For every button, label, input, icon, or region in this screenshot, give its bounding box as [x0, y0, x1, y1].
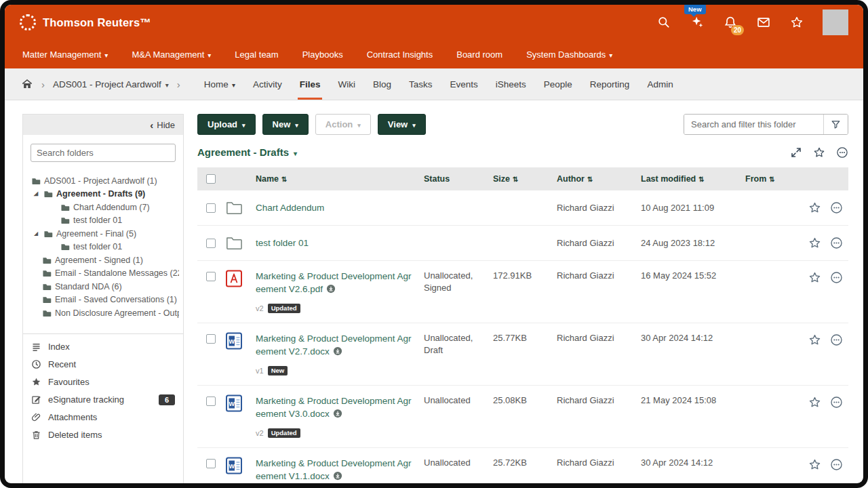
row-checkbox[interactable] — [206, 396, 216, 406]
action-button[interactable]: Action — [315, 114, 371, 135]
folder-name-link[interactable]: Chart Addendum — [256, 203, 324, 213]
row-checkbox[interactable] — [206, 203, 216, 213]
sidebar-item-favourites[interactable]: Favourites — [30, 373, 176, 391]
tab-people[interactable]: People — [535, 68, 581, 100]
nav-legal-team[interactable]: Legal team — [235, 49, 278, 60]
tree-item-standard-nda[interactable]: Standard NDA (6) — [31, 280, 179, 293]
file-name-link[interactable]: Marketing & Product Development Agreemen… — [256, 333, 412, 357]
sidebar-item-attachments[interactable]: Attachments — [30, 409, 176, 426]
search-filter-input[interactable] — [684, 115, 823, 134]
notifications-bell-icon[interactable]: 20 — [723, 15, 738, 30]
nav-board-room[interactable]: Board room — [456, 49, 502, 60]
breadcrumb-project[interactable]: ADS001 - Project Aardwolf — [53, 79, 169, 89]
column-header-name[interactable]: Name — [256, 174, 424, 184]
user-avatar[interactable] — [823, 9, 848, 35]
nav-contract-insights[interactable]: Contract Insights — [367, 49, 433, 60]
nav-playbooks[interactable]: Playbooks — [302, 49, 343, 60]
row-checkbox[interactable] — [206, 239, 216, 248]
sidebar-item-esignature-tracking[interactable]: eSignature tracking6 — [30, 391, 176, 409]
download-icon[interactable] — [333, 346, 342, 356]
view-button[interactable]: View — [378, 114, 426, 135]
row-more-options-icon[interactable] — [830, 271, 843, 284]
tree-item-nda-output[interactable]: Non Disclosure Agreement - Output — [31, 306, 179, 320]
ai-sparkle-icon[interactable]: New — [690, 15, 705, 30]
messages-icon[interactable] — [756, 15, 771, 30]
row-status: Unallocated — [424, 394, 493, 407]
tree-item-root[interactable]: ADS001 - Project Aardwolf (1) — [31, 174, 179, 188]
file-name-link[interactable]: Marketing & Product Development Agreemen… — [256, 271, 412, 294]
row-author: Richard Giazzi — [557, 394, 641, 407]
filter-funnel-button[interactable] — [823, 115, 848, 134]
column-header-author[interactable]: Author — [557, 174, 641, 184]
tree-item-email-saved[interactable]: Email - Saved Conversations (1) — [31, 293, 179, 307]
search-icon[interactable] — [656, 15, 671, 30]
nav-system-dashboards[interactable]: System Dashboards — [526, 49, 612, 60]
table-row: Marketing & Product Development Agreemen… — [197, 448, 848, 488]
tab-activity[interactable]: Activity — [244, 68, 291, 100]
folder-name-link[interactable]: test folder 01 — [256, 238, 309, 248]
sidebar-item-index[interactable]: Index — [30, 338, 176, 356]
tree-item-test-folder-2[interactable]: test folder 01 — [31, 241, 179, 254]
row-more-options-icon[interactable] — [830, 237, 843, 249]
tab-wiki[interactable]: Wiki — [329, 68, 364, 100]
tab-events[interactable]: Events — [441, 68, 486, 100]
nav-ma-management[interactable]: M&A Management — [132, 49, 211, 60]
row-favourite-star-icon[interactable] — [808, 271, 821, 284]
tree-item-test-folder[interactable]: test folder 01 — [31, 214, 179, 228]
folder-icon — [224, 199, 243, 217]
tree-item-email-standalone[interactable]: Email - Standalone Messages (22) — [31, 267, 179, 281]
file-name-link[interactable]: Marketing & Product Development Agreemen… — [256, 458, 412, 481]
tab-files[interactable]: Files — [291, 68, 330, 100]
tab-admin[interactable]: Admin — [638, 68, 682, 100]
sidebar-item-deleted-items[interactable]: Deleted items — [30, 426, 176, 444]
column-header-modified[interactable]: Last modified — [641, 174, 745, 184]
download-icon[interactable] — [326, 284, 336, 293]
tree-item-agreement-drafts[interactable]: ◢Agreement - Drafts (9) — [31, 188, 179, 201]
chevron-right-icon: › — [177, 79, 180, 90]
column-header-size[interactable]: Size — [493, 174, 557, 184]
tab-isheets[interactable]: iSheets — [487, 68, 535, 100]
hide-sidebar-button[interactable]: ‹ Hide — [23, 115, 183, 135]
expand-view-icon[interactable] — [789, 146, 802, 159]
row-checkbox[interactable] — [206, 272, 216, 281]
tree-expander-icon[interactable]: ◢ — [34, 231, 39, 237]
tree-item-chart-addendum[interactable]: Chart Addendum (7) — [31, 201, 179, 214]
tab-reporting[interactable]: Reporting — [581, 68, 639, 100]
row-modified: 21 May 2024 15:08 — [641, 394, 745, 407]
current-folder-title[interactable]: Agreement - Drafts — [197, 146, 297, 158]
thomson-reuters-logo-icon — [20, 14, 36, 30]
row-favourite-star-icon[interactable] — [808, 201, 821, 214]
row-checkbox[interactable] — [206, 459, 216, 468]
row-more-options-icon[interactable] — [830, 333, 843, 346]
search-folders-input[interactable] — [31, 144, 176, 162]
tree-expander-icon[interactable]: ◢ — [34, 191, 39, 197]
row-checkbox[interactable] — [206, 334, 216, 344]
tab-home[interactable]: Home — [195, 68, 244, 100]
favourites-star-icon[interactable] — [789, 15, 804, 30]
row-more-options-icon[interactable] — [830, 396, 843, 409]
row-status: Unallocated, Signed — [424, 270, 493, 294]
row-favourite-star-icon[interactable] — [808, 333, 821, 346]
top-bar: Thomson Reuters™ New 20 Matter Managemen… — [5, 5, 863, 68]
tree-item-agreement-signed[interactable]: Agreement - Signed (1) — [31, 253, 179, 267]
row-favourite-star-icon[interactable] — [808, 237, 821, 249]
file-name-link[interactable]: Marketing & Product Development Agreemen… — [256, 396, 412, 419]
new-button[interactable]: New — [262, 114, 309, 135]
tree-item-agreement-final[interactable]: ◢Agreement - Final (5) — [31, 227, 179, 241]
nav-matter-management[interactable]: Matter Management — [22, 49, 108, 60]
sidebar-item-recent[interactable]: Recent — [30, 356, 176, 373]
upload-button[interactable]: Upload — [197, 114, 256, 135]
select-all-checkbox[interactable] — [206, 174, 216, 184]
home-icon[interactable] — [21, 78, 33, 90]
tab-blog[interactable]: Blog — [364, 68, 400, 100]
row-more-options-icon[interactable] — [830, 201, 843, 214]
download-icon[interactable] — [333, 409, 342, 418]
download-icon[interactable] — [333, 471, 342, 481]
tab-tasks[interactable]: Tasks — [400, 68, 441, 100]
row-favourite-star-icon[interactable] — [808, 396, 821, 409]
row-more-options-icon[interactable] — [830, 458, 843, 471]
folder-more-options-icon[interactable] — [835, 146, 848, 159]
favourite-folder-star-icon[interactable] — [812, 146, 825, 159]
row-favourite-star-icon[interactable] — [808, 458, 821, 471]
column-header-from[interactable]: From — [745, 174, 795, 184]
